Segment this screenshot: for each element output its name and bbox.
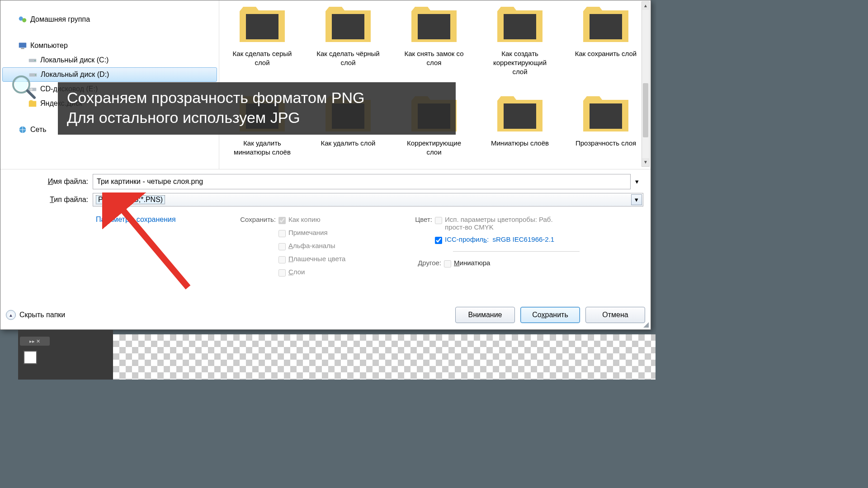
cancel-button[interactable]: Отмена [585,307,645,323]
folder-label: Как сделать серый слой [228,49,296,67]
checkbox-icon[interactable] [278,269,286,277]
resize-grip-icon[interactable] [642,321,649,328]
folder-item[interactable]: Миниатюры слоёв [486,87,554,157]
chk-alpha[interactable]: Альфа-каналы [278,242,335,250]
checkbox-icon[interactable] [278,256,286,263]
chk-thumbnail[interactable]: Миниатюра [444,259,490,267]
hide-folders-toggle[interactable]: ▲ Скрыть папки [6,310,65,320]
warning-button[interactable]: Внимание [455,307,515,323]
folder-label: Миниатюры слоёв [491,139,549,148]
network-icon [18,125,28,135]
folder-item[interactable]: Как сделать чёрный слой [314,0,382,76]
dialog-footer: ▲ Скрыть папки Внимание Сохранить Отмена [0,304,651,326]
tree-homegroup[interactable]: Домашняя группа [0,12,219,27]
filetype-combo[interactable]: PNG (*.PNG;*.PNS) ▾ [93,193,643,206]
svg-point-7 [35,75,36,75]
folder-label: Прозрачность слоя [576,139,636,148]
folder-thumb-icon [407,0,461,47]
checkbox-icon[interactable] [278,230,286,237]
scroll-down-icon[interactable]: ▼ [642,158,649,166]
svg-rect-23 [590,103,622,129]
folder-label: Как снять замок со слоя [400,49,468,67]
file-row: Как сделать серый слой Как сделать чёрны… [219,0,651,76]
folder-icon [28,99,38,108]
checkerboard-canvas [113,334,656,380]
svg-rect-17 [504,14,536,39]
tree-label: Домашняя группа [30,15,90,23]
chk-as-copy[interactable]: Как копию [278,216,321,224]
folder-item[interactable] [228,168,296,169]
filetype-value: PNG (*.PNG;*.PNS) [96,195,165,204]
drive-icon [28,55,38,65]
tree-label: Сеть [30,126,47,134]
chk-icc[interactable]: ICC-профиль: sRGB IEC61966-2.1 [435,235,554,244]
folder-item[interactable]: Прозрачность слоя [572,87,640,157]
options-area: Параметры сохранения Сохранить: Как копи… [8,216,643,277]
checkbox-icon[interactable] [444,260,451,267]
overlay-line1: Сохраняем прозрачность форматом PNG [67,88,447,108]
computer-icon [18,41,28,51]
chk-notes[interactable]: Примечания [278,229,328,237]
opts-col-save: Сохранить: Как копию Примечания Ал [236,216,408,277]
chk-proof[interactable]: Исп. параметры цветопробы: Раб. прост-во… [435,216,571,231]
filename-row: Имя файла: ▾ [8,174,643,189]
folder-item[interactable]: Как сделать серый слой [228,0,296,76]
filetype-label: Тип файла: [8,196,93,204]
drive-icon [28,70,38,80]
opts-col-color: Цвет: Исп. параметры цветопробы: Раб. пр… [408,216,598,277]
scroll-thumb[interactable] [643,83,648,137]
save-button[interactable]: Сохранить [520,307,580,323]
chevron-up-icon: ▲ [6,310,16,320]
folder-thumb-icon [321,0,375,47]
folder-label: Как сделать чёрный слой [314,49,382,67]
tree-computer[interactable]: Компьютер [0,38,219,53]
folder-label: Как создать корректирующий слой [486,49,554,76]
scroll-up-icon[interactable]: ▲ [642,2,649,10]
file-row [219,168,651,169]
svg-rect-18 [590,14,622,39]
other-header: Другое: [408,259,444,267]
folder-item[interactable]: Как создать корректирующий слой [486,0,554,76]
tree-drive-c[interactable]: Локальный диск (C:) [0,53,219,67]
panel-tab-icon: ▸▸ ✕ [20,337,50,346]
filename-label: Имя файла: [8,178,93,186]
folder-label: Как удалить миниатюры слоёв [228,139,296,157]
svg-rect-2 [19,43,27,48]
filetype-row: Тип файла: PNG (*.PNG;*.PNS) ▾ [8,193,643,206]
folder-item[interactable]: Как снять замок со слоя [400,0,468,76]
svg-rect-14 [246,14,278,39]
folder-thumb-icon [493,0,547,47]
tree-label: Компьютер [30,42,68,50]
chk-spot[interactable]: Плашечные цвета [278,255,345,263]
save-as-dialog: Домашняя группа Компьютер Локальный диск… [0,0,651,330]
scrollbar-vertical[interactable]: ▲ ▼ [642,1,650,167]
folder-thumb-icon [579,87,633,137]
folder-item[interactable]: Как сохранить слой [572,0,640,76]
save-params-link[interactable]: Параметры сохранения [96,216,236,224]
folder-thumb-icon [579,0,633,47]
svg-point-5 [34,60,35,61]
footer-buttons: Внимание Сохранить Отмена [455,307,645,323]
save-header: Сохранить: [236,216,278,223]
folder-label: Корректирующие слои [400,139,468,157]
folder-thumb-icon [235,0,289,47]
svg-rect-3 [21,48,24,49]
chk-layers[interactable]: Слои [278,268,305,277]
homegroup-icon [18,14,28,24]
checkbox-icon[interactable] [278,243,286,250]
svg-point-1 [22,18,26,22]
checkbox-icon[interactable] [435,237,442,244]
chevron-down-icon[interactable]: ▾ [631,194,642,205]
filename-input[interactable] [93,174,631,189]
folder-thumb-icon [235,168,289,169]
svg-rect-15 [332,14,364,39]
chevron-down-icon[interactable]: ▾ [635,178,639,186]
tree-drive-d[interactable]: Локальный диск (D:) [2,67,217,82]
color-header: Цвет: [408,216,435,223]
tree-label: Локальный диск (C:) [40,56,108,64]
svg-point-9 [30,88,33,91]
color-swatch [24,351,37,364]
checkbox-icon[interactable] [435,217,442,224]
checkbox-icon[interactable] [278,217,286,224]
folder-label: Как удалить слой [321,139,375,148]
